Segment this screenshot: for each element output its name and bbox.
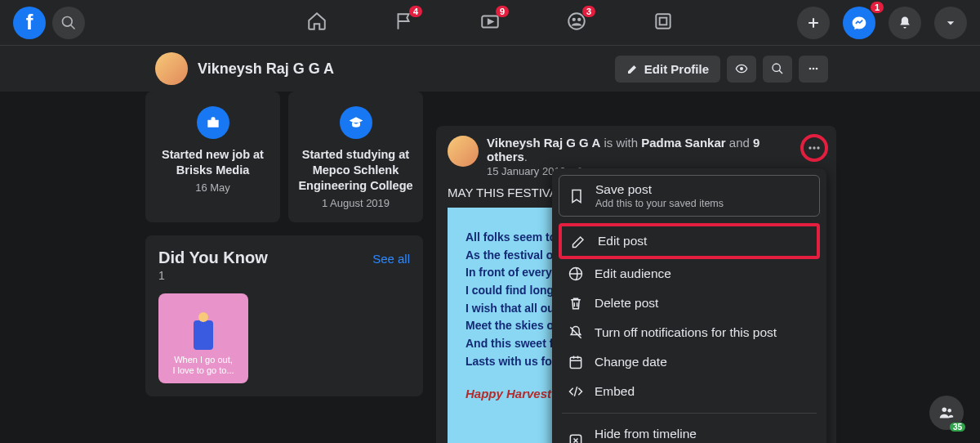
menu-embed[interactable]: Embed [559, 377, 820, 406]
life-event-date: 1 August 2019 [296, 197, 415, 209]
profile-header: Vikneysh Raj G G A Edit Profile [0, 46, 980, 92]
menu-edit-post[interactable]: Edit post [559, 223, 820, 259]
notifications-button[interactable] [889, 7, 921, 39]
home-icon [306, 11, 327, 32]
post-menu-button[interactable] [800, 134, 828, 162]
friends-count-badge: 35 [950, 423, 965, 432]
avatar[interactable] [155, 52, 188, 85]
view-as-button[interactable] [727, 56, 756, 83]
people-icon [938, 404, 956, 422]
profile-search-button[interactable] [763, 56, 792, 83]
left-column: Started new job atBrisks Media 16 May St… [145, 92, 423, 443]
svg-rect-19 [570, 357, 581, 368]
graduation-icon [340, 106, 372, 139]
dyk-title: Did You Know [158, 248, 268, 267]
search-icon [771, 62, 784, 75]
dyk-see-all-link[interactable]: See all [372, 252, 410, 266]
svg-point-15 [808, 146, 811, 149]
watch-badge: 9 [496, 6, 509, 17]
dots-icon [806, 140, 822, 156]
menu-edit-audience[interactable]: Edit audience [559, 259, 820, 289]
friends-float-button[interactable]: 35 [929, 396, 964, 430]
svg-point-22 [947, 409, 951, 413]
bell-icon [897, 15, 913, 31]
nav-watch[interactable]: 9 [479, 11, 501, 35]
life-event-title: Started new job atBrisks Media [154, 147, 272, 178]
topbar: f 4 9 3 1 [0, 0, 980, 46]
post-author-avatar[interactable] [448, 136, 479, 167]
nav-pages[interactable]: 4 [393, 11, 414, 35]
svg-point-8 [740, 67, 743, 70]
post-options-menu: Save post Add this to your saved items E… [552, 168, 826, 443]
pencil-icon [570, 233, 588, 249]
life-events: Started new job atBrisks Media 16 May St… [145, 92, 423, 222]
menu-divider [562, 413, 817, 414]
life-event-card[interactable]: Started new job atBrisks Media 16 May [145, 92, 280, 222]
account-button[interactable] [934, 7, 967, 39]
menu-delete-post[interactable]: Delete post [559, 289, 820, 318]
dots-icon [807, 62, 820, 75]
search-button[interactable] [52, 7, 85, 39]
svg-rect-7 [660, 17, 667, 25]
svg-point-21 [942, 408, 947, 413]
svg-point-17 [817, 146, 819, 149]
svg-point-0 [63, 16, 73, 26]
menu-turn-off-notifications[interactable]: Turn off notifications for this post [559, 318, 820, 347]
menu-change-date[interactable]: Change date [559, 347, 820, 377]
nav-home[interactable] [306, 11, 327, 35]
post-headline: Vikneysh Raj G G A is with Padma Sankar … [487, 136, 800, 163]
messenger-badge: 1 [871, 2, 884, 13]
x-box-icon [567, 432, 585, 444]
pages-badge: 4 [409, 6, 422, 17]
did-you-know-card: Did You Know See all 1 When I go out,I l… [145, 235, 423, 396]
chevron-down-icon [942, 15, 959, 31]
facebook-logo[interactable]: f [13, 7, 46, 39]
svg-point-13 [816, 68, 818, 70]
plus-icon [805, 15, 822, 31]
nav-groups[interactable]: 3 [566, 11, 587, 35]
gaming-icon [653, 11, 674, 32]
dyk-count: 1 [158, 269, 410, 282]
life-event-date: 16 May [154, 181, 272, 194]
person-figure-icon [194, 320, 213, 350]
nav-gaming[interactable] [653, 11, 674, 35]
svg-rect-20 [570, 435, 581, 443]
svg-line-10 [779, 70, 782, 74]
bell-off-icon [567, 324, 585, 341]
messenger-button[interactable]: 1 [843, 7, 875, 39]
edit-profile-button[interactable]: Edit Profile [615, 56, 720, 83]
svg-point-3 [568, 13, 585, 29]
svg-point-16 [813, 146, 815, 149]
svg-line-1 [71, 25, 75, 29]
eye-icon [735, 62, 748, 75]
profile-actions: Edit Profile [615, 56, 828, 83]
svg-point-12 [813, 68, 815, 70]
svg-point-11 [809, 68, 812, 70]
edit-profile-label: Edit Profile [644, 62, 709, 76]
write-comment-bar[interactable] [436, 90, 836, 100]
briefcase-icon [197, 106, 229, 139]
calendar-icon [567, 354, 585, 370]
groups-badge: 3 [582, 6, 595, 17]
svg-rect-6 [656, 14, 670, 28]
menu-save-post[interactable]: Save post Add this to your saved items [559, 175, 820, 217]
post-author-name[interactable]: Vikneysh Raj G G A [487, 136, 600, 150]
profile-name: Vikneysh Raj G G A [198, 60, 334, 78]
bookmark-icon [568, 188, 586, 204]
code-icon [567, 383, 585, 400]
profile-more-button[interactable] [799, 56, 828, 83]
trash-icon [567, 295, 585, 311]
create-button[interactable] [797, 7, 830, 39]
dyk-tile[interactable]: When I go out,I love to go to... [158, 293, 248, 383]
dyk-tile-text: When I go out,I love to go to... [172, 355, 234, 376]
content: Started new job atBrisks Media 16 May St… [0, 92, 980, 443]
life-event-card[interactable]: Started studying atMepco Schlenk Enginee… [288, 92, 423, 222]
search-icon [60, 15, 77, 31]
menu-hide-from-timeline[interactable]: Hide from timeline This post may still a… [559, 420, 820, 443]
nav-center: 4 9 3 [306, 11, 674, 35]
svg-point-5 [577, 17, 581, 20]
svg-point-9 [773, 64, 780, 71]
post-tagged-name[interactable]: Padma Sankar [641, 136, 725, 150]
messenger-icon [851, 15, 867, 31]
svg-point-4 [572, 17, 576, 20]
